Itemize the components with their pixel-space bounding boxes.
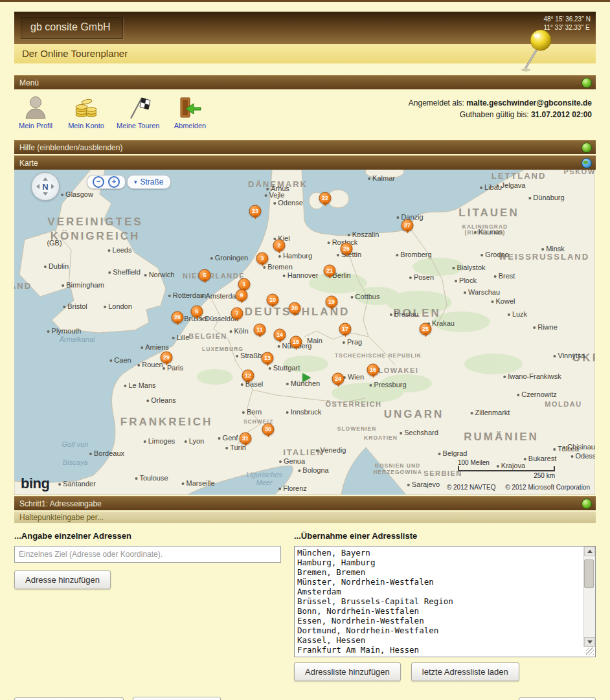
map-marker-24[interactable]: 24: [332, 373, 345, 385]
zoom-out-button[interactable]: −: [93, 176, 104, 188]
map-marker-31[interactable]: 31: [240, 433, 252, 445]
map-marker-25[interactable]: 25: [420, 323, 432, 335]
menu-bar[interactable]: Menü: [14, 75, 596, 89]
top-border: [0, 0, 610, 2]
credit-label: Guthaben gültig bis:: [460, 110, 529, 119]
collapse-toggle-icon[interactable]: [582, 142, 592, 153]
map-marker-22[interactable]: 22: [319, 192, 332, 205]
add-address-list-button[interactable]: Adressliste hinzufügen: [294, 662, 401, 681]
coordinate-north: 48° 15' 36.23'' N: [543, 15, 591, 23]
scrollbar-thumb[interactable]: [584, 559, 594, 588]
single-address-column: ...Angabe einzelner Adressen Adresse hin…: [14, 530, 294, 681]
menu-bar-label: Menü: [19, 78, 39, 87]
input-mode-bar: Haltepunkteingabe per...: [14, 512, 596, 523]
address-list-column: ...Übernahme einer Adressliste München, …: [294, 530, 596, 681]
map-marker-26[interactable]: 26: [341, 243, 353, 255]
menu-items: Mein Profil Mein Konto: [16, 95, 210, 135]
load-last-list-button[interactable]: letzte Adressliste laden: [411, 662, 519, 681]
compass-right-arrow-icon[interactable]: [51, 184, 57, 189]
reset-addresses-button[interactable]: Adressen zurücksetzen: [14, 697, 124, 700]
app-header: gb consite GmbH 48° 15' 36.23'' N 11° 33…: [14, 12, 596, 44]
page: gb consite GmbH 48° 15' 36.23'' N 11° 33…: [0, 12, 610, 700]
map-bar[interactable]: Karte: [14, 155, 596, 170]
menu-item-mein-profil[interactable]: Mein Profil: [16, 95, 56, 135]
checkered-flag-icon: [117, 95, 159, 120]
map-marker-20[interactable]: 20: [289, 302, 301, 315]
map-compass[interactable]: N: [31, 172, 60, 201]
scroll-up-button[interactable]: [584, 547, 595, 556]
save-tour-button[interactable]: Tour speichern: [519, 697, 596, 700]
logged-in-label: Angemeldet als:: [409, 98, 464, 107]
app-subtitle: Der Online Tourenplaner: [14, 44, 596, 63]
map-marker-10[interactable]: 10: [267, 294, 279, 306]
map-marker-3[interactable]: 3: [256, 253, 269, 265]
map-marker-29[interactable]: 29: [161, 352, 173, 364]
collapse-toggle-icon[interactable]: [582, 78, 592, 88]
globe-icon[interactable]: [582, 158, 592, 168]
scroll-down-button[interactable]: [584, 637, 595, 647]
map-marker-9[interactable]: 9: [236, 289, 248, 302]
map[interactable]: VEREINIGTESKÖNIGREICHDÄNEMARKLETTLANDLIT…: [14, 170, 595, 495]
scrollbar[interactable]: [583, 547, 595, 647]
single-address-heading: ...Angabe einzelner Adressen: [14, 531, 294, 541]
add-address-button[interactable]: Adresse hinzufügen: [14, 570, 111, 589]
arrow-down-icon: [587, 640, 593, 646]
address-list-content: München, Bayern Hamburg, Hamburg Bremen,…: [295, 547, 595, 655]
compass-up-arrow-icon[interactable]: [43, 175, 48, 181]
address-list-textarea[interactable]: München, Bayern Hamburg, Hamburg Bremen,…: [294, 546, 596, 657]
help-bar-label: Hilfe (einblenden/ausblenden): [19, 143, 122, 152]
map-marker-layer: 1235679101112131415161719202122232425262…: [14, 170, 595, 495]
map-copyright: © 2012 NAVTEQ © 2012 Microsoft Corporati…: [439, 484, 590, 491]
menu-item-label: Mein Profil: [16, 122, 56, 130]
map-marker-1[interactable]: 1: [238, 278, 251, 291]
address-entry-panel: ...Angabe einzelner Adressen Adresse hin…: [14, 523, 596, 686]
help-bar[interactable]: Hilfe (einblenden/ausblenden): [14, 140, 596, 154]
map-marker-11[interactable]: 11: [254, 324, 266, 336]
menu-item-meine-touren[interactable]: Meine Touren: [117, 95, 159, 135]
map-style-label: Straße: [141, 177, 164, 186]
map-marker-12[interactable]: 12: [242, 370, 254, 382]
map-marker-6[interactable]: 6: [191, 306, 203, 318]
map-marker-17[interactable]: 17: [339, 323, 352, 335]
menu-item-label: Mein Konto: [66, 122, 106, 130]
person-icon: [16, 95, 56, 120]
single-address-input[interactable]: [14, 546, 281, 563]
map-start-marker[interactable]: [302, 373, 311, 382]
menu-item-mein-konto[interactable]: Mein Konto: [66, 95, 106, 135]
map-marker-21[interactable]: 21: [324, 265, 336, 277]
map-marker-16[interactable]: 16: [367, 364, 379, 376]
chevron-down-icon: ▾: [134, 179, 137, 185]
copyright-microsoft: © 2012 Microsoft Corporation: [505, 484, 590, 491]
map-marker-30[interactable]: 30: [262, 423, 275, 436]
menu-item-abmelden[interactable]: Abmelden: [170, 95, 210, 135]
collapse-toggle-icon[interactable]: [582, 499, 592, 509]
zoom-controls[interactable]: − +: [87, 175, 126, 189]
credit-valid-until: 31.07.2012 02:00: [531, 110, 592, 119]
map-marker-19[interactable]: 19: [326, 296, 338, 308]
coordinates-display: 48° 15' 36.23'' N 11° 33' 32.33'' E: [543, 15, 591, 32]
map-marker-13[interactable]: 13: [262, 352, 274, 365]
resize-grip[interactable]: [586, 648, 594, 655]
coins-icon: [66, 95, 106, 120]
map-marker-2[interactable]: 2: [273, 240, 286, 252]
action-bar: Adressen zurücksetzen Optimierung → Tour…: [14, 697, 596, 700]
map-marker-15[interactable]: 15: [290, 336, 302, 348]
zoom-in-button[interactable]: +: [108, 176, 120, 188]
step1-bar[interactable]: Schritt1: Adresseingabe: [14, 496, 596, 510]
map-marker-5[interactable]: 5: [199, 269, 211, 282]
map-marker-14[interactable]: 14: [274, 329, 286, 341]
account-info: Angemeldet als: malte.geschwinder@gbcons…: [409, 95, 592, 135]
map-style-dropdown[interactable]: ▾ Straße: [127, 175, 171, 189]
map-bar-label: Karte: [19, 159, 38, 168]
scale-km-label: 250 km: [458, 472, 555, 479]
compass-down-arrow-icon[interactable]: [43, 192, 48, 198]
map-marker-27[interactable]: 27: [401, 220, 414, 232]
compass-left-arrow-icon[interactable]: [34, 184, 40, 189]
company-title: gb consite GmbH: [21, 17, 123, 39]
map-marker-23[interactable]: 23: [249, 205, 262, 218]
coordinate-east: 11° 33' 32.33'' E: [543, 23, 591, 32]
map-marker-7[interactable]: 7: [231, 308, 243, 320]
bing-logo[interactable]: bing: [21, 475, 49, 492]
optimize-button[interactable]: Optimierung →: [133, 697, 221, 700]
map-marker-28[interactable]: 28: [172, 311, 184, 324]
